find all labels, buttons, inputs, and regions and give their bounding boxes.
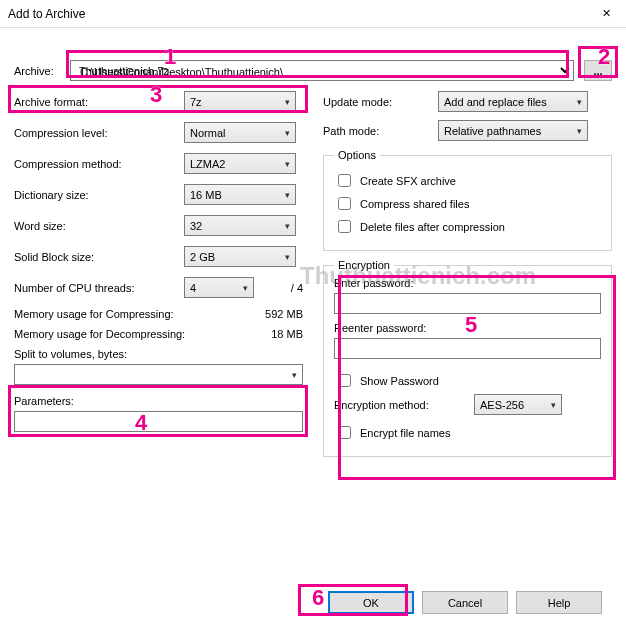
params-label: Parameters: bbox=[14, 395, 74, 407]
pathmode-label: Path mode: bbox=[323, 125, 438, 137]
mem-decomp-label: Memory usage for Decompressing: bbox=[14, 328, 185, 340]
solid-block-select[interactable]: 2 GB▾ bbox=[184, 246, 296, 267]
delete-after-checkbox[interactable]: Delete files after compression bbox=[334, 217, 601, 236]
options-group: Options Create SFX archive Compress shar… bbox=[323, 149, 612, 251]
mem-decomp-value: 18 MB bbox=[271, 328, 303, 340]
enter-password-label: Enter password: bbox=[334, 277, 601, 289]
enc-method-label: Encryption method: bbox=[334, 399, 474, 411]
archive-label: Archive: bbox=[14, 65, 70, 77]
split-label: Split to volumes, bytes: bbox=[14, 348, 127, 360]
close-button[interactable]: ✕ bbox=[586, 0, 626, 28]
archive-format-select[interactable]: 7z▾ bbox=[184, 91, 296, 112]
path-mode-select[interactable]: Relative pathnames▾ bbox=[438, 120, 588, 141]
encryption-method-select[interactable]: AES-256▾ bbox=[474, 394, 562, 415]
create-sfx-checkbox[interactable]: Create SFX archive bbox=[334, 171, 601, 190]
encrypt-names-checkbox[interactable]: Encrypt file names bbox=[334, 423, 601, 442]
chevron-down-icon: ▾ bbox=[285, 252, 290, 262]
cpu-max: / 4 bbox=[291, 282, 303, 294]
options-legend: Options bbox=[334, 149, 380, 161]
chevron-down-icon: ▾ bbox=[292, 370, 297, 380]
word-size-select[interactable]: 32▾ bbox=[184, 215, 296, 236]
password-input[interactable] bbox=[334, 293, 601, 314]
title-bar: Add to Archive ✕ bbox=[0, 0, 626, 28]
chevron-down-icon: ▾ bbox=[243, 283, 248, 293]
chevron-down-icon: ▾ bbox=[577, 126, 582, 136]
mem-comp-value: 592 MB bbox=[265, 308, 303, 320]
update-mode-select[interactable]: Add and replace files▾ bbox=[438, 91, 588, 112]
chevron-down-icon: ▾ bbox=[285, 190, 290, 200]
parameters-input[interactable] bbox=[14, 411, 303, 432]
compress-shared-checkbox[interactable]: Compress shared files bbox=[334, 194, 601, 213]
mem-comp-label: Memory usage for Compressing: bbox=[14, 308, 174, 320]
archive-path: C:\Users\Conan\Desktop\Thuthuattienich\ bbox=[80, 66, 283, 78]
cpu-threads-select[interactable]: 4▾ bbox=[184, 277, 254, 298]
ok-button[interactable]: OK bbox=[328, 591, 414, 614]
show-password-checkbox[interactable]: Show Password bbox=[334, 371, 601, 390]
compression-method-select[interactable]: LZMA2▾ bbox=[184, 153, 296, 174]
dict-label: Dictionary size: bbox=[14, 189, 184, 201]
block-label: Solid Block size: bbox=[14, 251, 184, 263]
chevron-down-icon: ▾ bbox=[577, 97, 582, 107]
chevron-down-icon: ▾ bbox=[285, 159, 290, 169]
format-label: Archive format: bbox=[14, 96, 184, 108]
annotation-6: 6 bbox=[312, 585, 324, 611]
chevron-down-icon: ▾ bbox=[285, 221, 290, 231]
compression-level-select[interactable]: Normal▾ bbox=[184, 122, 296, 143]
level-label: Compression level: bbox=[14, 127, 184, 139]
update-label: Update mode: bbox=[323, 96, 438, 108]
cpu-label: Number of CPU threads: bbox=[14, 282, 184, 294]
chevron-down-icon: ▾ bbox=[551, 400, 556, 410]
cancel-button[interactable]: Cancel bbox=[422, 591, 508, 614]
encryption-legend: Encryption bbox=[334, 259, 394, 271]
close-icon: ✕ bbox=[602, 7, 611, 20]
browse-button[interactable]: ... bbox=[584, 60, 612, 81]
dictionary-size-select[interactable]: 16 MB▾ bbox=[184, 184, 296, 205]
window-title: Add to Archive bbox=[8, 7, 586, 21]
reenter-password-label: Reenter password: bbox=[334, 322, 601, 334]
chevron-down-icon: ▾ bbox=[285, 128, 290, 138]
split-volumes-select[interactable]: ▾ bbox=[14, 364, 303, 385]
encryption-group: Encryption Enter password: Reenter passw… bbox=[323, 259, 612, 457]
reenter-password-input[interactable] bbox=[334, 338, 601, 359]
method-label: Compression method: bbox=[14, 158, 184, 170]
word-label: Word size: bbox=[14, 220, 184, 232]
help-button[interactable]: Help bbox=[516, 591, 602, 614]
chevron-down-icon: ▾ bbox=[285, 97, 290, 107]
